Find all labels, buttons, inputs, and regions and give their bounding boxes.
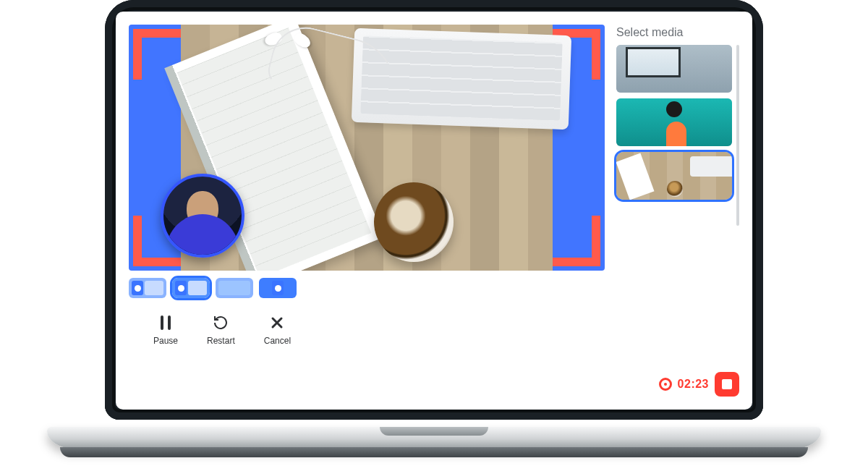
cancel-label: Cancel	[264, 336, 291, 346]
laptop-base	[47, 427, 821, 463]
layout-switcher	[129, 278, 605, 298]
recording-status: 02:23	[616, 372, 739, 397]
playback-controls: Pause Restart Cancel	[129, 314, 605, 346]
media-thumb-desk[interactable]	[616, 152, 732, 200]
preview-canvas[interactable]	[129, 25, 605, 271]
layout-option-pip-left-wide[interactable]	[172, 278, 210, 298]
layout-option-split[interactable]	[216, 278, 253, 298]
recorder-app: ×	[116, 12, 752, 410]
webcam-bubble[interactable]	[161, 174, 244, 258]
recording-indicator-icon	[659, 378, 672, 391]
restart-button[interactable]: Restart	[207, 314, 235, 346]
pause-icon	[157, 314, 174, 331]
restart-icon	[212, 314, 229, 331]
cancel-button[interactable]: Cancel	[264, 314, 291, 346]
pause-button[interactable]: Pause	[153, 314, 178, 346]
restart-label: Restart	[207, 336, 235, 346]
media-thumbnail-list	[616, 45, 739, 372]
scrollbar[interactable]	[736, 45, 739, 226]
media-thumb-room[interactable]	[616, 45, 732, 93]
laptop-mockup: ×	[69, 0, 799, 463]
crop-bracket-br[interactable]	[550, 216, 600, 266]
media-thumb-kayak[interactable]	[616, 98, 732, 146]
app-screen: ×	[116, 12, 752, 410]
main-column: Pause Restart Cancel	[129, 25, 605, 397]
pause-label: Pause	[153, 336, 178, 346]
cancel-icon	[268, 314, 286, 331]
recording-timer: 02:23	[678, 378, 709, 391]
media-sidebar: Select media	[616, 25, 739, 397]
stop-button[interactable]	[715, 372, 739, 397]
layout-option-solo[interactable]	[259, 278, 297, 298]
layout-option-pip-left[interactable]	[129, 278, 166, 298]
sidebar-title: Select media	[616, 26, 739, 39]
